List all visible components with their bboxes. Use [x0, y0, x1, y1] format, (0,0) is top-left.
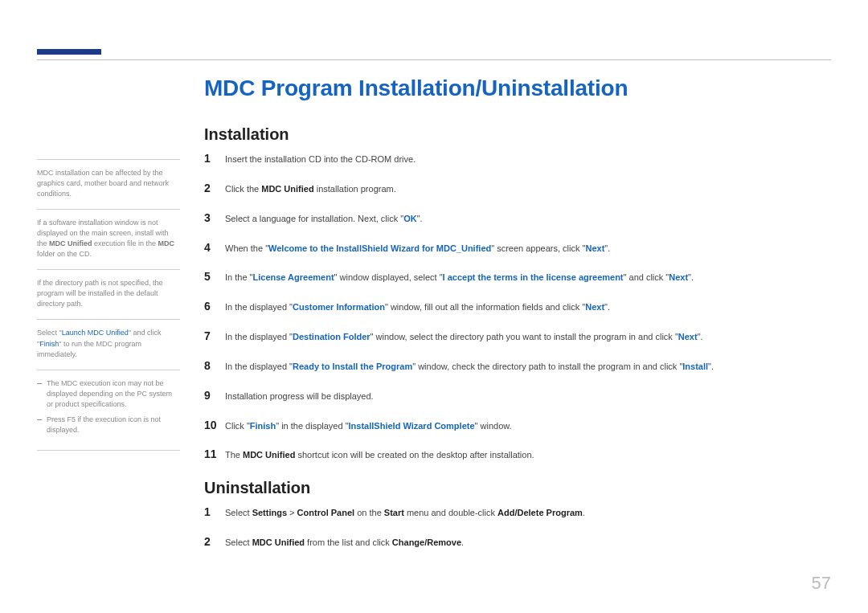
- step-2: Select MDC Unified from the list and cli…: [204, 537, 831, 549]
- step-text: When the ": [225, 243, 268, 253]
- step-highlight: Install: [682, 362, 708, 371]
- step-highlight: Next: [678, 332, 698, 341]
- page: MDC installation can be affected by the …: [0, 0, 868, 613]
- step-text: .: [461, 537, 464, 547]
- step-text: In the ": [225, 272, 252, 282]
- step-text: menu and double-click: [404, 508, 497, 517]
- note-part: execution file in the: [92, 239, 158, 247]
- section-heading-installation: Installation: [204, 125, 831, 144]
- step-highlight: I accept the terms in the license agreem…: [443, 272, 624, 282]
- page-number: 57: [812, 573, 831, 594]
- note-bold: MDC: [158, 239, 175, 247]
- step-text: ".: [604, 302, 610, 312]
- step-5: In the "License Agreement" window displa…: [204, 272, 831, 284]
- step-bold: Change/Remove: [392, 537, 461, 547]
- note-5: The MDC execution icon may not be displa…: [37, 370, 180, 451]
- accent-bar: [37, 49, 101, 55]
- step-highlight: Next: [669, 272, 688, 282]
- step-3: Select a language for installation. Next…: [204, 213, 831, 225]
- note-text: Press F5 if the execution icon is not di…: [47, 415, 161, 434]
- note-3: If the directory path is not specified, …: [37, 269, 180, 319]
- step-highlight: Welcome to the InstallShield Wizard for …: [268, 243, 491, 253]
- horizontal-rule: [37, 59, 831, 60]
- step-6: In the displayed "Customer Information" …: [204, 301, 831, 313]
- step-bold: Control Panel: [297, 508, 355, 517]
- step-text: .: [583, 508, 585, 517]
- main-content: MDC Program Installation/Uninstallation …: [204, 76, 831, 566]
- step-highlight: InstallShield Wizard Complete: [349, 421, 475, 431]
- step-text: " window, select the directory path you …: [371, 332, 678, 341]
- step-4: When the "Welcome to the InstallShield W…: [204, 243, 831, 255]
- note-highlight: Launch MDC Unified: [62, 329, 129, 337]
- step-highlight: Finish: [250, 421, 276, 431]
- step-text: Select a language for installation. Next…: [225, 214, 403, 223]
- step-text: on the: [354, 508, 384, 517]
- note-highlight: Finish: [39, 340, 59, 348]
- step-highlight: Next: [585, 302, 604, 312]
- page-title: MDC Program Installation/Uninstallation: [204, 76, 831, 101]
- step-text: " window, fill out all the information f…: [385, 302, 585, 312]
- step-highlight: Customer Information: [293, 302, 385, 312]
- step-bold: Settings: [252, 508, 287, 517]
- note-4: Select "Launch MDC Unified" and click "F…: [37, 319, 180, 369]
- step-text: shortcut icon will be created on the des…: [295, 450, 534, 460]
- step-text: from the list and click: [305, 537, 392, 547]
- step-text: Installation progress will be displayed.: [225, 391, 374, 401]
- note-list-item: The MDC execution icon may not be displa…: [37, 378, 180, 410]
- step-text: In the displayed ": [225, 332, 293, 341]
- step-text: Insert the installation CD into the CD-R…: [225, 154, 416, 164]
- step-bold: MDC Unified: [261, 184, 313, 194]
- note-text: If the directory path is not specified, …: [37, 279, 163, 308]
- note-part: Select ": [37, 329, 62, 337]
- step-text: Select: [225, 537, 252, 547]
- step-text: The: [225, 450, 243, 460]
- note-1: MDC installation can be affected by the …: [37, 159, 180, 209]
- step-highlight: OK: [403, 214, 417, 223]
- uninstallation-steps: Select Settings > Control Panel on the S…: [204, 507, 831, 549]
- step-bold: MDC Unified: [252, 537, 305, 547]
- installation-steps: Insert the installation CD into the CD-R…: [204, 153, 831, 461]
- step-text: installation program.: [314, 184, 396, 194]
- step-text: Click ": [225, 421, 250, 431]
- step-text: " and click ": [624, 272, 669, 282]
- step-bold: Add/Delete Program: [497, 508, 583, 517]
- step-bold: Start: [384, 508, 404, 517]
- section-heading-uninstallation: Uninstallation: [204, 479, 831, 497]
- step-text: ".: [698, 332, 703, 341]
- step-9: Installation progress will be displayed.: [204, 390, 831, 403]
- step-text: " window.: [475, 421, 512, 431]
- step-highlight: Ready to Install the Program: [293, 362, 412, 371]
- step-11: The MDC Unified shortcut icon will be cr…: [204, 449, 831, 461]
- note-bold: MDC Unified: [49, 239, 92, 247]
- step-text: >: [287, 508, 297, 517]
- step-text: In the displayed ": [225, 302, 293, 312]
- step-bold: MDC Unified: [243, 450, 295, 460]
- step-highlight: License Agreement: [252, 272, 334, 282]
- sidebar-notes: MDC installation can be affected by the …: [37, 159, 180, 451]
- step-text: " window displayed, select ": [334, 272, 443, 282]
- step-text: " in the displayed ": [276, 421, 348, 431]
- note-text: The MDC execution icon may not be displa…: [47, 379, 172, 408]
- step-text: ".: [708, 362, 714, 371]
- step-8: In the displayed "Ready to Install the P…: [204, 361, 831, 373]
- step-1: Select Settings > Control Panel on the S…: [204, 507, 831, 519]
- step-text: " screen appears, click ": [491, 243, 585, 253]
- step-2: Click the MDC Unified installation progr…: [204, 183, 831, 195]
- step-text: ".: [688, 272, 694, 282]
- step-text: In the displayed ": [225, 362, 293, 371]
- step-text: " window, check the directory path to in…: [412, 362, 682, 371]
- step-text: ".: [417, 214, 423, 223]
- step-1: Insert the installation CD into the CD-R…: [204, 153, 831, 166]
- note-list-item: Press F5 if the execution icon is not di…: [37, 415, 180, 435]
- note-2: If a software installation window is not…: [37, 209, 180, 269]
- step-text: ".: [604, 243, 610, 253]
- step-text: Click the: [225, 184, 261, 194]
- step-highlight: Destination Folder: [293, 332, 371, 341]
- note-text: MDC installation can be affected by the …: [37, 169, 169, 198]
- step-10: Click "Finish" in the displayed "Install…: [204, 420, 831, 432]
- step-7: In the displayed "Destination Folder" wi…: [204, 331, 831, 343]
- note-part: folder on the CD.: [37, 250, 92, 258]
- step-highlight: Next: [585, 243, 604, 253]
- step-text: Select: [225, 508, 252, 517]
